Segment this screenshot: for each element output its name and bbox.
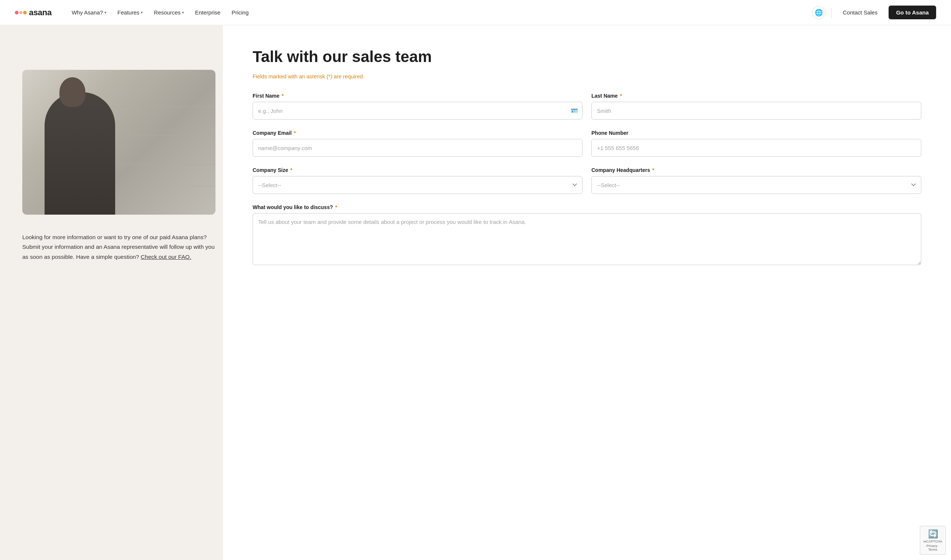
contact-sales-link[interactable]: Contact Sales [838,6,883,18]
first-name-input-wrapper: 🪪 [252,102,583,120]
nav-right: 🌐 Contact Sales Go to Asana [812,6,936,19]
recaptcha-icon: 🔄 [928,529,938,539]
required-asterisk: * [651,167,654,173]
required-asterisk: * [619,93,622,99]
nav-link-pricing[interactable]: Pricing [226,6,254,18]
required-note: Fields marked with an asterisk (*) are r… [252,74,921,80]
nav-divider [831,8,832,18]
required-asterisk: * [292,130,296,136]
first-name-group: First Name * 🪪 [252,93,583,120]
recaptcha-label: reCAPTCHA [923,540,942,543]
left-description: Looking for more information or want to … [22,232,215,262]
hero-image-bg [22,70,215,215]
required-asterisk: * [334,204,337,210]
company-size-select[interactable]: --Select-- 1-10 11-50 51-200 201-500 501… [252,176,583,194]
company-size-group: Company Size * --Select-- 1-10 11-50 51-… [252,167,583,194]
chevron-down-icon: ▾ [182,11,184,14]
logo-dot-pink [19,11,22,14]
asana-logo[interactable]: asana [15,8,52,17]
email-group: Company Email * [252,130,583,157]
navigation: asana Why Asana? ▾ Features ▾ Resources … [0,0,951,25]
contact-row: Company Email * Phone Number [252,130,921,157]
right-panel: Talk with our sales team Fields marked w… [223,25,951,560]
left-panel: Looking for more information or want to … [0,25,223,560]
phone-input[interactable] [591,139,921,157]
recaptcha-sub: Privacy · Terms [924,544,942,551]
first-name-input[interactable] [252,102,583,120]
company-size-label: Company Size * [252,167,583,173]
form-title: Talk with our sales team [252,48,921,66]
phone-label: Phone Number [591,130,921,136]
discuss-label: What would you like to discuss? * [252,204,921,210]
logo-dot-red [15,11,18,14]
main-layout: Looking for more information or want to … [0,25,951,560]
logo-text: asana [29,8,52,17]
company-hq-select[interactable]: --Select-- United States United Kingdom … [591,176,921,194]
company-row: Company Size * --Select-- 1-10 11-50 51-… [252,167,921,194]
first-name-label: First Name * [252,93,583,99]
last-name-label: Last Name * [591,93,921,99]
discuss-section: What would you like to discuss? * [252,204,921,267]
email-input[interactable] [252,139,583,157]
hero-image [22,70,215,215]
recaptcha-badge: 🔄 reCAPTCHA Privacy · Terms [920,526,946,555]
chevron-down-icon: ▾ [141,11,143,14]
chevron-down-icon: ▾ [105,11,106,14]
required-asterisk: * [289,167,292,173]
discuss-textarea[interactable] [252,213,921,265]
go-to-asana-button[interactable]: Go to Asana [889,6,936,19]
name-row: First Name * 🪪 Last Name * [252,93,921,120]
faq-link[interactable]: Check out our FAQ. [141,254,191,260]
nav-link-enterprise[interactable]: Enterprise [190,6,226,18]
globe-icon[interactable]: 🌐 [812,6,825,19]
nav-link-features[interactable]: Features ▾ [112,6,148,18]
email-label: Company Email * [252,130,583,136]
phone-group: Phone Number [591,130,921,157]
nav-links: Why Asana? ▾ Features ▾ Resources ▾ Ente… [66,6,812,18]
nav-link-why-asana[interactable]: Why Asana? ▾ [66,6,111,18]
logo-dots [15,11,27,14]
required-asterisk: * [280,93,283,99]
id-card-icon: 🪪 [571,107,578,114]
nav-link-resources[interactable]: Resources ▾ [149,6,189,18]
person-head [60,77,85,107]
person-silhouette [45,92,115,215]
company-hq-label: Company Headquarters * [591,167,921,173]
logo-dot-orange [23,11,27,14]
company-hq-group: Company Headquarters * --Select-- United… [591,167,921,194]
last-name-input[interactable] [591,102,921,120]
last-name-group: Last Name * [591,93,921,120]
